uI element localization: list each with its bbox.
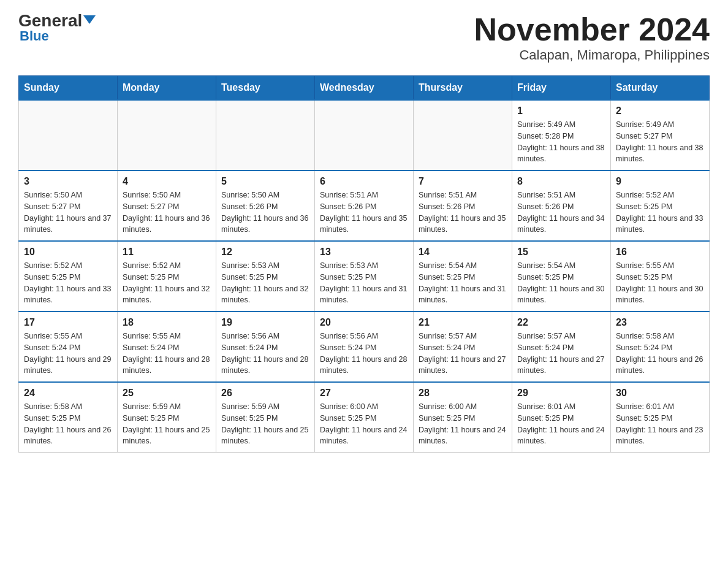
- calendar-table: SundayMondayTuesdayWednesdayThursdayFrid…: [18, 75, 710, 453]
- day-number: 20: [320, 317, 408, 328]
- calendar-cell: 26Sunrise: 5:59 AMSunset: 5:25 PMDayligh…: [216, 382, 315, 453]
- day-of-week-header: Friday: [512, 76, 611, 101]
- calendar-cell: 2Sunrise: 5:49 AMSunset: 5:27 PMDaylight…: [611, 100, 710, 170]
- day-number: 26: [221, 388, 309, 399]
- logo-blue-text: Blue: [20, 28, 49, 44]
- day-number: 15: [517, 247, 605, 258]
- day-info: Sunrise: 5:53 AMSunset: 5:25 PMDaylight:…: [221, 260, 309, 306]
- day-number: 23: [616, 317, 704, 328]
- calendar-cell: [19, 100, 118, 170]
- calendar-cell: 9Sunrise: 5:52 AMSunset: 5:25 PMDaylight…: [611, 170, 710, 241]
- logo: General Blue: [18, 12, 96, 44]
- calendar-cell: 14Sunrise: 5:54 AMSunset: 5:25 PMDayligh…: [414, 241, 512, 312]
- day-info: Sunrise: 5:49 AMSunset: 5:27 PMDaylight:…: [616, 119, 704, 165]
- day-info: Sunrise: 5:52 AMSunset: 5:25 PMDaylight:…: [616, 190, 704, 236]
- day-number: 27: [320, 388, 408, 399]
- day-info: Sunrise: 5:58 AMSunset: 5:25 PMDaylight:…: [24, 401, 112, 447]
- week-row: 10Sunrise: 5:52 AMSunset: 5:25 PMDayligh…: [19, 241, 710, 312]
- calendar-cell: [118, 100, 216, 170]
- calendar-cell: 21Sunrise: 5:57 AMSunset: 5:24 PMDayligh…: [414, 312, 512, 382]
- calendar-cell: 6Sunrise: 5:51 AMSunset: 5:26 PMDaylight…: [315, 170, 414, 241]
- calendar-cell: 5Sunrise: 5:50 AMSunset: 5:26 PMDaylight…: [216, 170, 315, 241]
- day-number: 25: [123, 388, 211, 399]
- day-number: 13: [320, 247, 408, 258]
- calendar-header-row: SundayMondayTuesdayWednesdayThursdayFrid…: [19, 76, 710, 101]
- day-of-week-header: Saturday: [611, 76, 710, 101]
- week-row: 1Sunrise: 5:49 AMSunset: 5:28 PMDaylight…: [19, 100, 710, 170]
- day-number: 14: [419, 247, 507, 258]
- calendar-cell: 23Sunrise: 5:58 AMSunset: 5:24 PMDayligh…: [611, 312, 710, 382]
- day-info: Sunrise: 5:49 AMSunset: 5:28 PMDaylight:…: [517, 119, 605, 165]
- day-info: Sunrise: 5:52 AMSunset: 5:25 PMDaylight:…: [24, 260, 112, 306]
- calendar-cell: 30Sunrise: 6:01 AMSunset: 5:25 PMDayligh…: [611, 382, 710, 453]
- calendar-cell: 8Sunrise: 5:51 AMSunset: 5:26 PMDaylight…: [512, 170, 611, 241]
- day-number: 29: [517, 388, 605, 399]
- day-info: Sunrise: 5:51 AMSunset: 5:26 PMDaylight:…: [517, 190, 605, 236]
- day-number: 9: [616, 176, 704, 187]
- calendar-cell: 20Sunrise: 5:56 AMSunset: 5:24 PMDayligh…: [315, 312, 414, 382]
- day-number: 1: [517, 105, 605, 117]
- day-number: 10: [24, 247, 112, 258]
- calendar-cell: 24Sunrise: 5:58 AMSunset: 5:25 PMDayligh…: [19, 382, 118, 453]
- day-number: 30: [616, 388, 704, 399]
- calendar-cell: 4Sunrise: 5:50 AMSunset: 5:27 PMDaylight…: [118, 170, 216, 241]
- day-info: Sunrise: 6:00 AMSunset: 5:25 PMDaylight:…: [320, 401, 408, 447]
- day-of-week-header: Wednesday: [315, 76, 414, 101]
- calendar-cell: 22Sunrise: 5:57 AMSunset: 5:24 PMDayligh…: [512, 312, 611, 382]
- day-info: Sunrise: 5:54 AMSunset: 5:25 PMDaylight:…: [517, 260, 605, 306]
- day-of-week-header: Tuesday: [216, 76, 315, 101]
- calendar-cell: [216, 100, 315, 170]
- day-number: 18: [123, 317, 211, 328]
- day-info: Sunrise: 5:55 AMSunset: 5:24 PMDaylight:…: [24, 331, 112, 377]
- day-number: 7: [419, 176, 507, 187]
- day-number: 3: [24, 176, 112, 187]
- day-of-week-header: Thursday: [414, 76, 512, 101]
- day-info: Sunrise: 5:51 AMSunset: 5:26 PMDaylight:…: [419, 190, 507, 236]
- logo-general-text: General: [18, 11, 82, 30]
- calendar-cell: 25Sunrise: 5:59 AMSunset: 5:25 PMDayligh…: [118, 382, 216, 453]
- day-number: 22: [517, 317, 605, 328]
- day-info: Sunrise: 6:01 AMSunset: 5:25 PMDaylight:…: [616, 401, 704, 447]
- calendar-cell: 16Sunrise: 5:55 AMSunset: 5:25 PMDayligh…: [611, 241, 710, 312]
- day-number: 19: [221, 317, 309, 328]
- calendar-cell: 19Sunrise: 5:56 AMSunset: 5:24 PMDayligh…: [216, 312, 315, 382]
- calendar-cell: [414, 100, 512, 170]
- day-info: Sunrise: 5:58 AMSunset: 5:24 PMDaylight:…: [616, 331, 704, 377]
- day-info: Sunrise: 5:59 AMSunset: 5:25 PMDaylight:…: [123, 401, 211, 447]
- day-number: 5: [221, 176, 309, 187]
- day-number: 6: [320, 176, 408, 187]
- calendar-cell: 7Sunrise: 5:51 AMSunset: 5:26 PMDaylight…: [414, 170, 512, 241]
- day-number: 2: [616, 105, 704, 117]
- day-number: 24: [24, 388, 112, 399]
- calendar-cell: 28Sunrise: 6:00 AMSunset: 5:25 PMDayligh…: [414, 382, 512, 453]
- calendar-cell: 11Sunrise: 5:52 AMSunset: 5:25 PMDayligh…: [118, 241, 216, 312]
- day-number: 4: [123, 176, 211, 187]
- day-info: Sunrise: 5:55 AMSunset: 5:24 PMDaylight:…: [123, 331, 211, 377]
- calendar-title: November 2024: [474, 12, 710, 47]
- calendar-cell: 15Sunrise: 5:54 AMSunset: 5:25 PMDayligh…: [512, 241, 611, 312]
- title-area: November 2024 Calapan, Mimaropa, Philipp…: [474, 12, 710, 63]
- day-info: Sunrise: 5:51 AMSunset: 5:26 PMDaylight:…: [320, 190, 408, 236]
- day-info: Sunrise: 5:59 AMSunset: 5:25 PMDaylight:…: [221, 401, 309, 447]
- day-info: Sunrise: 5:56 AMSunset: 5:24 PMDaylight:…: [320, 331, 408, 377]
- day-number: 17: [24, 317, 112, 328]
- day-info: Sunrise: 6:01 AMSunset: 5:25 PMDaylight:…: [517, 401, 605, 447]
- calendar-cell: 13Sunrise: 5:53 AMSunset: 5:25 PMDayligh…: [315, 241, 414, 312]
- day-number: 28: [419, 388, 507, 399]
- day-info: Sunrise: 5:55 AMSunset: 5:25 PMDaylight:…: [616, 260, 704, 306]
- logo-triangle-icon: [83, 15, 96, 24]
- calendar-cell: 12Sunrise: 5:53 AMSunset: 5:25 PMDayligh…: [216, 241, 315, 312]
- week-row: 3Sunrise: 5:50 AMSunset: 5:27 PMDaylight…: [19, 170, 710, 241]
- day-number: 16: [616, 247, 704, 258]
- calendar-cell: 3Sunrise: 5:50 AMSunset: 5:27 PMDaylight…: [19, 170, 118, 241]
- day-info: Sunrise: 5:57 AMSunset: 5:24 PMDaylight:…: [517, 331, 605, 377]
- day-info: Sunrise: 5:56 AMSunset: 5:24 PMDaylight:…: [221, 331, 309, 377]
- day-number: 11: [123, 247, 211, 258]
- calendar-cell: 18Sunrise: 5:55 AMSunset: 5:24 PMDayligh…: [118, 312, 216, 382]
- calendar-subtitle: Calapan, Mimaropa, Philippines: [474, 47, 710, 63]
- calendar-cell: 1Sunrise: 5:49 AMSunset: 5:28 PMDaylight…: [512, 100, 611, 170]
- day-info: Sunrise: 5:52 AMSunset: 5:25 PMDaylight:…: [123, 260, 211, 306]
- calendar-cell: 29Sunrise: 6:01 AMSunset: 5:25 PMDayligh…: [512, 382, 611, 453]
- calendar-cell: 17Sunrise: 5:55 AMSunset: 5:24 PMDayligh…: [19, 312, 118, 382]
- calendar-cell: 27Sunrise: 6:00 AMSunset: 5:25 PMDayligh…: [315, 382, 414, 453]
